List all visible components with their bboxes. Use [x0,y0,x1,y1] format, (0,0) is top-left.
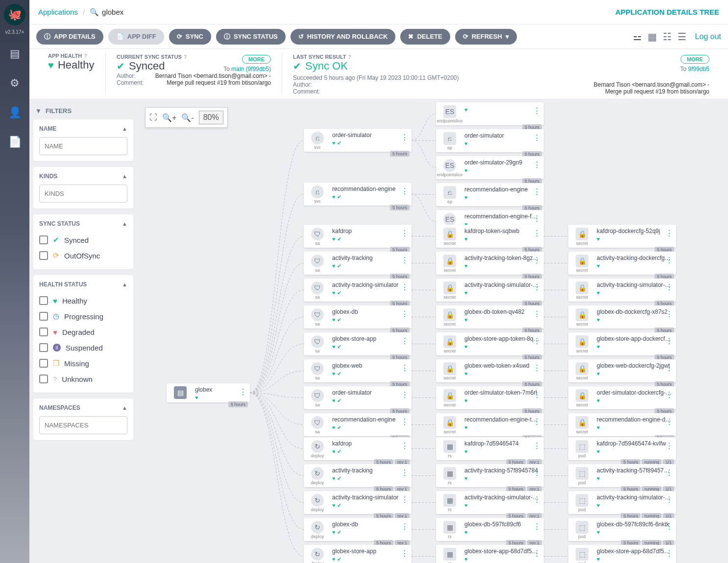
node-menu-icon[interactable]: ⋮ [533,549,541,558]
node-menu-icon[interactable]: ⋮ [401,256,409,265]
node-menu-icon[interactable]: ⋮ [533,214,541,223]
node-menu-icon[interactable]: ⋮ [401,549,409,558]
view-grid-icon[interactable]: ▦ [648,31,657,43]
resource-node[interactable]: ⬚podglobex-db-597fc89cf6-6nktk♥⋮5 hoursr… [568,518,676,541]
node-menu-icon[interactable]: ⋮ [533,495,541,504]
checkbox[interactable] [39,312,48,321]
node-menu-icon[interactable]: ⋮ [533,522,541,531]
resource-node[interactable]: 🔒secretorder-simulator-dockercfg-5ghds♥⋮… [568,386,676,409]
view-network-icon[interactable]: ☷ [663,31,672,43]
resource-node[interactable]: 🛡saactivity-tracking-simulator♥✔⋮5 hours [304,279,412,302]
resource-node[interactable]: 🛡saactivity-tracking♥✔⋮5 hours [304,252,412,275]
node-menu-icon[interactable]: ⋮ [665,363,673,373]
tree-canvas[interactable]: ⛶ 🔍+ 🔍- 80% ▤globex♥⋮5 hours ⎌svcorder-s… [137,99,728,563]
node-menu-icon[interactable]: ⋮ [533,282,541,292]
node-menu-icon[interactable]: ⋮ [401,336,409,346]
filter-check-unknown[interactable]: ?Unknown [39,371,127,387]
filter-check-healthy[interactable]: ♥Healthy [39,293,127,308]
resource-node[interactable]: ⎌eporder-simulator♥⋮5 hours [436,129,544,152]
collapse-icon[interactable]: ▲ [122,405,127,411]
node-menu-icon[interactable]: ⋮ [533,417,541,426]
checkbox[interactable] [39,296,48,305]
app-details-button[interactable]: ⓘAPP DETAILS [36,29,103,45]
node-menu-icon[interactable]: ⋮ [665,468,673,477]
resource-node[interactable]: 🔒secretactivity-tracking-simulator-toke…… [436,279,544,302]
resource-node[interactable]: ESendpointsliceorder-simulator-29gn9♥⋮5 … [436,156,544,179]
resource-node[interactable]: ↻deployactivity-tracking-simulator♥✔⋮5 h… [304,491,412,514]
resource-node[interactable]: 🛡saorder-simulator♥✔⋮5 hours [304,386,412,409]
sync-status-button[interactable]: ⓘSYNC STATUS [216,29,286,45]
node-menu-icon[interactable]: ⋮ [533,106,541,116]
resource-node[interactable]: ESendpointslice♥⋮5 hours [436,102,544,125]
filter-check-outofsync[interactable]: ⟳OutOfSync [39,248,127,263]
resource-node[interactable]: ⎌svcrecommendation-engine♥✔⋮5 hours [304,183,412,206]
node-menu-icon[interactable]: ⋮ [533,187,541,196]
node-menu-icon[interactable]: ⋮ [401,229,409,238]
history-rollback-button[interactable]: ↺HISTORY AND ROLLBACK [291,29,396,45]
resource-node[interactable]: ⬚podactivity-tracking-simulator-7f5f…♥⋮5… [568,491,676,514]
collapse-icon[interactable]: ▲ [122,282,127,287]
node-menu-icon[interactable]: ⋮ [665,441,673,450]
filter-name-input[interactable] [39,137,127,155]
resource-node[interactable]: 🛡saglobex-store-app♥✔⋮5 hours [304,332,412,355]
zoom-out-icon[interactable]: 🔍- [181,113,194,122]
resource-node[interactable]: 🔒secretkafdrop-token-sqbwb♥⋮5 hours [436,225,544,248]
resource-node[interactable]: ⬚podglobex-store-app-68d7df596f-l…♥⋮5 ho… [568,545,676,563]
resource-node[interactable]: ⎌eprecommendation-engine♥⋮5 hours [436,183,544,206]
checkbox[interactable] [39,375,48,383]
sync-target-link[interactable]: main (9f99db5) [231,66,271,72]
filter-kinds-input[interactable] [39,185,127,203]
resource-node[interactable]: 🔒secretglobex-db-token-qv482♥⋮5 hours [436,305,544,328]
resource-node[interactable]: 🔒secretglobex-web-dockercfg-2jgwt♥⋮5 hou… [568,359,676,382]
nav-icon-apps[interactable]: ▤ [10,44,20,64]
node-menu-icon[interactable]: ⋮ [665,309,673,319]
node-menu-icon[interactable]: ⋮ [533,309,541,319]
node-menu-icon[interactable]: ⋮ [533,363,541,373]
resource-node[interactable]: 🔒secretactivity-tracking-simulator-doc…♥… [568,279,676,302]
delete-button[interactable]: ✖DELETE [400,29,450,45]
node-menu-icon[interactable]: ⋮ [401,390,409,399]
resource-node[interactable]: ▦rsactivity-tracking-simulator-7f5f…♥⋮5 … [436,491,544,514]
resource-node[interactable]: ▦rsactivity-tracking-57f8945784♥⋮5 hours… [436,464,544,487]
node-menu-icon[interactable]: ⋮ [665,390,673,399]
checkbox[interactable] [39,328,48,336]
lastsync-more-button[interactable]: MORE [680,55,709,64]
node-menu-icon[interactable]: ⋮ [665,282,673,292]
filter-check-progressing[interactable]: ◷Progressing [39,308,127,324]
checkbox[interactable] [39,251,48,260]
node-menu-icon[interactable]: ⋮ [401,495,409,504]
nav-icon-docs[interactable]: 📄 [8,132,22,152]
resource-node[interactable]: 🛡saglobex-web♥✔⋮5 hours [304,359,412,382]
nav-icon-user[interactable]: 👤 [8,102,22,123]
node-menu-icon[interactable]: ⋮ [665,229,673,238]
node-menu-icon[interactable]: ⋮ [665,336,673,346]
resource-node[interactable]: ↻deploykafdrop♥✔⋮5 hoursrev:1 [304,437,412,460]
resource-node[interactable]: 🛡saglobex-db♥✔⋮5 hours [304,305,412,328]
filter-check-missing[interactable]: ❐Missing [39,355,127,371]
resource-node[interactable]: 🔒secretactivity-tracking-dockercfg-k6b…♥… [568,252,676,275]
node-menu-icon[interactable]: ⋮ [401,187,409,196]
filter-namespaces-input[interactable] [39,416,127,434]
checkbox[interactable] [39,235,48,244]
collapse-icon[interactable]: ▲ [122,173,127,179]
node-menu-icon[interactable]: ⋮ [401,522,409,531]
collapse-icon[interactable]: ▲ [122,126,127,132]
resource-node[interactable]: ↻deployglobex-store-app♥✔⋮5 hoursrev:1 [304,545,412,563]
node-menu-icon[interactable]: ⋮ [533,336,541,346]
resource-node[interactable]: 🔒secretglobex-web-token-x4swd♥⋮5 hours [436,359,544,382]
app-diff-button[interactable]: 📄APP DIFF [108,29,164,45]
filter-check-degraded[interactable]: ♥Degraded [39,324,127,340]
node-menu-icon[interactable]: ⋮ [401,133,409,142]
node-menu-icon[interactable]: ⋮ [533,133,541,142]
checkbox[interactable] [39,343,48,352]
resource-node[interactable]: 🔒secretglobex-db-dockercfg-x87s2♥⋮5 hour… [568,305,676,328]
resource-node[interactable]: 🛡sakafdrop♥✔⋮5 hours [304,225,412,248]
node-menu-icon[interactable]: ⋮ [401,363,409,373]
checkbox[interactable] [39,359,48,368]
node-menu-icon[interactable]: ⋮ [533,468,541,477]
resource-node[interactable]: 🔒secretglobex-store-app-dockercfg-wn…♥⋮5… [568,332,676,355]
node-menu-icon[interactable]: ⋮ [665,417,673,426]
breadcrumb-root[interactable]: Applications [38,8,78,16]
resource-node[interactable]: 🔒secretorder-simulator-token-7m6rl♥⋮5 ho… [436,386,544,409]
node-menu-icon[interactable]: ⋮ [665,256,673,265]
